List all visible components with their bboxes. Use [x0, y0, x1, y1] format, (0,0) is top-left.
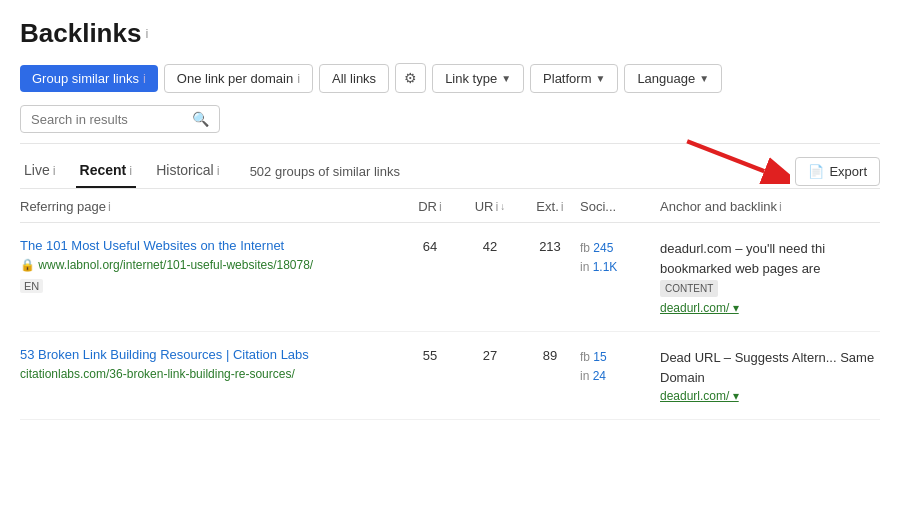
social-count2-1: 1.1K — [593, 260, 618, 274]
divider — [20, 143, 880, 144]
th-ext: Ext. i — [520, 199, 580, 214]
link-type-arrow: ▼ — [501, 73, 511, 84]
one-per-domain-button[interactable]: One link per domain i — [164, 64, 313, 93]
table-row: The 101 Most Useful Websites on the Inte… — [20, 223, 880, 332]
title-text: Backlinks — [20, 18, 141, 49]
tab-historical-info[interactable]: i — [217, 163, 220, 178]
cell-dr-1: 64 — [400, 237, 460, 254]
social-count2-2: 24 — [593, 369, 606, 383]
th-ext-info[interactable]: i — [561, 199, 564, 214]
tab-recent[interactable]: Recent i — [76, 154, 137, 188]
tabs-export-row: Live i Recent i Historical i 502 groups … — [20, 154, 880, 189]
settings-button[interactable]: ⚙ — [395, 63, 426, 93]
tab-recent-info[interactable]: i — [129, 163, 132, 178]
cell-social-2: fb 15 in 24 — [580, 346, 660, 386]
cell-anchor-1: deadurl.com – you'll need thi bookmarked… — [660, 237, 880, 317]
cell-dr-2: 55 — [400, 346, 460, 363]
social-fb-label-2: fb — [580, 350, 590, 364]
tab-historical[interactable]: Historical i — [152, 154, 223, 188]
export-label: Export — [829, 164, 867, 179]
anchor-text-1: deadurl.com – you'll need thi bookmarked… — [660, 239, 880, 278]
platform-arrow: ▼ — [595, 73, 605, 84]
tab-live-info[interactable]: i — [53, 163, 56, 178]
table-header: Referring page i DR i UR i ↓ Ext. i Soci… — [20, 189, 880, 223]
social-count1-1: 245 — [593, 241, 613, 255]
export-button[interactable]: 📄 Export — [795, 157, 880, 186]
th-anchor: Anchor and backlink i — [660, 199, 880, 214]
th-anchor-info[interactable]: i — [779, 199, 782, 214]
th-ur-info[interactable]: i — [495, 199, 498, 214]
social-count1-2: 15 — [593, 350, 606, 364]
th-dr: DR i — [400, 199, 460, 214]
link-type-label: Link type — [445, 71, 497, 86]
th-referring: Referring page i — [20, 199, 400, 214]
search-input[interactable] — [31, 112, 192, 127]
tab-live[interactable]: Live i — [20, 154, 60, 188]
group-similar-info[interactable]: i — [143, 71, 146, 86]
lock-icon-1: 🔒 — [20, 258, 35, 272]
social-in-label-2: in — [580, 369, 589, 383]
anchor-link-1[interactable]: deadurl.com/ ▾ — [660, 299, 880, 317]
anchor-text-2: Dead URL – Suggests Altern... Same Domai… — [660, 348, 880, 387]
search-button[interactable]: 🔍 — [192, 111, 209, 127]
export-icon: 📄 — [808, 164, 824, 179]
platform-dropdown[interactable]: Platform ▼ — [530, 64, 618, 93]
content-badge-1: CONTENT — [660, 280, 718, 297]
cell-social-1: fb 245 in 1.1K — [580, 237, 660, 277]
th-referring-info[interactable]: i — [108, 199, 111, 214]
language-label: Language — [637, 71, 695, 86]
title-info-icon[interactable]: i — [145, 26, 148, 41]
page-title-link-2[interactable]: 53 Broken Link Building Resources | Cita… — [20, 346, 390, 364]
th-ur-sort: ↓ — [500, 201, 505, 212]
page-url-link-2[interactable]: citationlabs.com/36-broken-link-building… — [20, 366, 390, 383]
toolbar: Group similar links i One link per domai… — [20, 63, 880, 93]
all-links-button[interactable]: All links — [319, 64, 389, 93]
link-type-dropdown[interactable]: Link type ▼ — [432, 64, 524, 93]
language-dropdown[interactable]: Language ▼ — [624, 64, 722, 93]
one-per-domain-label: One link per domain — [177, 71, 293, 86]
platform-label: Platform — [543, 71, 591, 86]
cell-ur-1: 42 — [460, 237, 520, 254]
group-similar-button[interactable]: Group similar links i — [20, 65, 158, 92]
page-url-link-1[interactable]: 🔒 www.labnol.org/internet/101-useful-web… — [20, 257, 390, 274]
th-social: Soci... — [580, 199, 660, 214]
cell-referring-1: The 101 Most Useful Websites on the Inte… — [20, 237, 400, 293]
search-bar: 🔍 — [20, 105, 220, 133]
one-per-info[interactable]: i — [297, 71, 300, 86]
page-title: Backlinks i — [20, 18, 880, 49]
cell-referring-2: 53 Broken Link Building Resources | Cita… — [20, 346, 400, 385]
social-fb-label-1: fb — [580, 241, 590, 255]
lang-badge-1: EN — [20, 279, 43, 293]
cell-ur-2: 27 — [460, 346, 520, 363]
all-links-label: All links — [332, 71, 376, 86]
th-ur: UR i ↓ — [460, 199, 520, 214]
summary-text: 502 groups of similar links — [250, 164, 796, 179]
anchor-link-2[interactable]: deadurl.com/ ▾ — [660, 387, 880, 405]
cell-ext-2: 89 — [520, 346, 580, 363]
group-similar-label: Group similar links — [32, 71, 139, 86]
social-in-label-1: in — [580, 260, 589, 274]
page-title-link-1[interactable]: The 101 Most Useful Websites on the Inte… — [20, 237, 390, 255]
language-arrow: ▼ — [699, 73, 709, 84]
cell-ext-1: 213 — [520, 237, 580, 254]
table-row: 53 Broken Link Building Resources | Cita… — [20, 332, 880, 420]
cell-anchor-2: Dead URL – Suggests Altern... Same Domai… — [660, 346, 880, 405]
th-dr-info[interactable]: i — [439, 199, 442, 214]
table-body: The 101 Most Useful Websites on the Inte… — [20, 223, 880, 420]
